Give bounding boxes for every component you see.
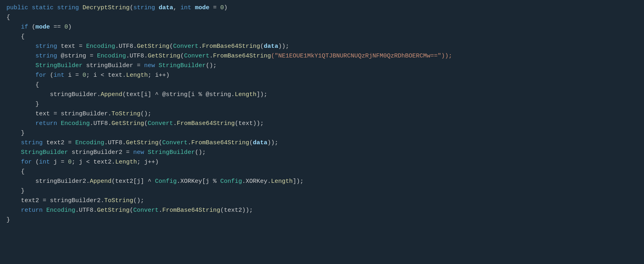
- token-method: DecryptString: [83, 4, 130, 11]
- line-content: string text2 = Encoding.UTF8.GetString(C…: [6, 138, 644, 148]
- token-method: Append: [101, 91, 122, 98]
- token-plain: =: [209, 4, 220, 11]
- token-plain: (: [32, 159, 39, 166]
- code-line-17: for (int j = 0; j < text2.Length; j++): [6, 158, 644, 167]
- token-plain: ; i++): [148, 72, 169, 79]
- line-content: {: [6, 32, 644, 42]
- token-type: Config: [155, 178, 177, 185]
- token-punct: }: [21, 130, 25, 137]
- token-plain: .UTF8.: [90, 120, 111, 127]
- token-method: Length: [235, 91, 256, 98]
- token-plain: ==: [50, 24, 64, 31]
- token-type: Encoding: [46, 207, 75, 214]
- token-punct: ): [224, 4, 227, 11]
- token-plain: stringBuilder.: [50, 91, 101, 98]
- token-type: Convert: [148, 120, 173, 127]
- token-plain: .UTF8.: [126, 53, 148, 59]
- token-plain: .: [198, 43, 202, 50]
- token-plain: ; j < text2.: [72, 159, 115, 166]
- code-line-10: stringBuilder.Append(text[i] ^ @string[i…: [6, 90, 644, 100]
- token-plain: (text2[j] ^: [111, 178, 155, 185]
- token-kw: int: [39, 159, 50, 166]
- token-plain: ]);: [256, 91, 267, 98]
- token-kw: string: [35, 43, 57, 50]
- code-line-13: return Encoding.UTF8.GetString(Convert.F…: [6, 119, 644, 129]
- token-punct: }: [21, 188, 25, 194]
- line-content: {: [6, 80, 644, 90]
- token-punct: {: [35, 82, 39, 88]
- line-content: stringBuilder.Append(text[i] ^ @string[i…: [6, 90, 644, 100]
- code-line-16: StringBuilder stringBuilder2 = new Strin…: [6, 148, 644, 158]
- line-content: public static string DecryptString(strin…: [6, 3, 644, 13]
- code-line-19: stringBuilder2.Append(text2[j] ^ Config.…: [6, 177, 644, 186]
- token-type: Convert: [173, 43, 198, 50]
- token-method: GetString: [148, 53, 180, 59]
- token-plain: @string =: [57, 53, 97, 59]
- line-content: if (mode == 0): [6, 23, 644, 32]
- token-plain: [28, 4, 32, 11]
- token-plain: (text[i] ^ @string[i % @string.: [122, 91, 235, 98]
- line-content: }: [6, 215, 644, 225]
- token-plain: [155, 62, 159, 69]
- line-content: StringBuilder stringBuilder2 = new Strin…: [6, 148, 644, 158]
- token-method: FromBase64String: [191, 139, 249, 146]
- token-num: 0: [83, 72, 86, 79]
- code-line-3: if (mode == 0): [6, 23, 644, 32]
- token-kw: string: [21, 139, 43, 146]
- line-content: for (int i = 0; i < text.Length; i++): [6, 71, 644, 80]
- code-editor: public static string DecryptString(strin…: [0, 0, 644, 228]
- token-type: Encoding: [97, 53, 126, 59]
- line-content: return Encoding.UTF8.GetString(Convert.F…: [6, 119, 644, 129]
- token-plain: [155, 4, 159, 11]
- token-plain: [43, 207, 46, 214]
- token-punct: }: [35, 101, 39, 108]
- token-plain: [191, 4, 195, 11]
- line-content: }: [6, 129, 644, 138]
- token-plain: (text2));: [220, 207, 253, 214]
- code-line-14: }: [6, 129, 644, 138]
- token-punct: {: [21, 33, 25, 40]
- token-bold-var: mode: [195, 4, 209, 11]
- line-content: {: [6, 13, 644, 23]
- token-plain: (text));: [235, 120, 264, 127]
- token-plain: .XORKey.: [242, 178, 271, 185]
- token-method: Length: [115, 159, 137, 166]
- token-punct: (: [260, 43, 264, 50]
- line-content: for (int j = 0; j < text2.Length; j++): [6, 158, 644, 167]
- token-punct: ();: [206, 62, 217, 69]
- token-plain: .UTF8.: [75, 207, 97, 214]
- token-method: FromBase64String: [162, 207, 220, 214]
- token-type: Encoding: [61, 120, 90, 127]
- line-content: string text = Encoding.UTF8.GetString(Co…: [6, 42, 644, 51]
- token-method: ToString: [104, 197, 133, 204]
- token-plain: ]);: [293, 178, 303, 185]
- code-line-21: text2 = stringBuilder2.ToString();: [6, 196, 644, 206]
- token-kw: new: [133, 149, 144, 156]
- token-plain: .UTF8.: [104, 139, 126, 146]
- token-type: Convert: [184, 53, 209, 59]
- token-plain: .: [209, 53, 213, 59]
- token-plain: stringBuilder =: [83, 62, 144, 69]
- token-punct: ();: [195, 149, 206, 156]
- token-plain: ();: [140, 111, 151, 117]
- token-type: StringBuilder: [35, 62, 83, 69]
- token-plain: i =: [64, 72, 83, 79]
- token-kw: for: [21, 159, 32, 166]
- code-line-9: {: [6, 80, 644, 90]
- code-line-2: {: [6, 13, 644, 23]
- token-punct: {: [6, 14, 10, 21]
- token-bold-var: data: [264, 43, 278, 50]
- token-method: GetString: [97, 207, 130, 214]
- token-plain: .UTF8.: [115, 43, 137, 50]
- token-bold-var: data: [159, 4, 173, 11]
- token-kw: public: [6, 4, 28, 11]
- code-line-1: public static string DecryptString(strin…: [6, 3, 644, 13]
- token-kw: return: [35, 120, 57, 127]
- line-content: string @string = Encoding.UTF8.GetString…: [6, 51, 644, 61]
- code-line-12: text = stringBuilder.ToString();: [6, 109, 644, 119]
- token-plain: ();: [133, 197, 144, 204]
- code-line-6: string @string = Encoding.UTF8.GetString…: [6, 51, 644, 61]
- token-method: ToString: [111, 111, 140, 117]
- token-str: ("NE1EOUE1MkY1QTJBNURCNUQzRjNFM0QzRDhBOE…: [271, 53, 452, 59]
- token-kw: new: [144, 62, 155, 69]
